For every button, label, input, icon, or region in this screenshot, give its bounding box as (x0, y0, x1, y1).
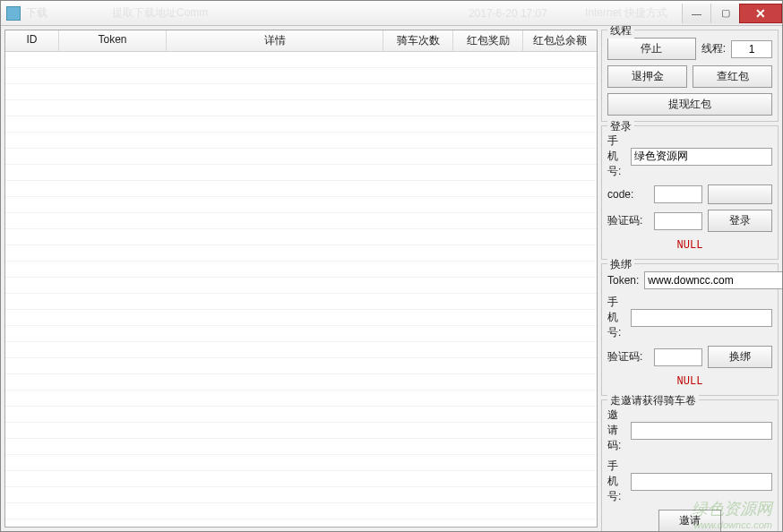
thread-count-input[interactable] (731, 40, 772, 58)
col-token[interactable]: Token (59, 30, 167, 51)
title-faded-3: 2017-6-20 17:07 (469, 7, 547, 20)
rebind-phone-label: 手机号: (607, 295, 625, 340)
rebind-captcha-label: 验证码: (607, 349, 649, 365)
login-phone-input[interactable] (631, 148, 772, 166)
rebind-group: 换绑 Token: 手机号: 验证码: 换绑 NULL (601, 263, 779, 396)
login-group: 登录 手机号: code: 验证码: 登录 NULL (601, 125, 779, 260)
get-code-button[interactable] (708, 184, 772, 204)
login-code-label: code: (607, 188, 649, 201)
rebind-phone-input[interactable] (631, 309, 772, 327)
col-balance[interactable]: 红包总余额 (523, 30, 597, 51)
col-id[interactable]: ID (5, 30, 59, 51)
table-body[interactable] (5, 52, 597, 531)
stop-button[interactable]: 停止 (607, 38, 696, 60)
title-faded-4: Internet 快捷方式 (585, 5, 667, 21)
titlebar: 下载 提取下载地址Comm 2017-6-20 17:07 Internet 快… (1, 1, 782, 26)
invite-button[interactable]: 邀请 (658, 510, 721, 531)
login-captcha-input[interactable] (654, 212, 702, 230)
withdraw-button[interactable]: 提现红包 (607, 93, 772, 116)
control-panel: 线程 停止 线程: 退押金 查红包 提现红包 登录 手机号: (601, 30, 779, 528)
invite-group-title: 走邀请获得骑车卷 (607, 393, 699, 408)
invite-code-input[interactable] (631, 422, 772, 440)
login-phone-label: 手机号: (607, 133, 625, 179)
thread-group-title: 线程 (607, 26, 634, 39)
login-button[interactable]: 登录 (708, 210, 772, 232)
title-faded-1: 下载 (26, 5, 47, 21)
login-code-input[interactable] (654, 185, 702, 203)
col-rides[interactable]: 骑车次数 (383, 30, 453, 51)
login-captcha-label: 验证码: (607, 213, 649, 228)
login-group-title: 登录 (607, 119, 634, 134)
title-faded-2: 提取下载地址Comm (112, 5, 208, 21)
data-table: ID Token 详情 骑车次数 红包奖励 红包总余额 (4, 30, 598, 528)
maximize-button[interactable]: ▢ (710, 4, 739, 23)
app-icon (6, 6, 21, 21)
refund-button[interactable]: 退押金 (607, 65, 687, 88)
rebind-group-title: 换绑 (607, 257, 634, 272)
rebind-captcha-input[interactable] (654, 348, 702, 366)
invite-code-label: 邀请码: (607, 408, 625, 453)
col-detail[interactable]: 详情 (167, 30, 383, 51)
rebind-button[interactable]: 换绑 (708, 346, 772, 368)
col-reward[interactable]: 红包奖励 (453, 30, 523, 51)
table-header: ID Token 详情 骑车次数 红包奖励 红包总余额 (5, 30, 597, 52)
invite-phone-input[interactable] (631, 473, 772, 491)
app-window: 下载 提取下载地址Comm 2017-6-20 17:07 Internet 快… (0, 0, 783, 532)
login-status: NULL (607, 237, 772, 253)
rebind-token-label: Token: (607, 274, 639, 287)
close-button[interactable]: ✕ (739, 4, 782, 23)
rebind-token-input[interactable] (644, 271, 782, 289)
invite-group: 走邀请获得骑车卷 邀请码: 手机号: 邀请 (601, 399, 779, 531)
invite-phone-label: 手机号: (607, 459, 625, 504)
check-redpack-button[interactable]: 查红包 (693, 65, 772, 88)
rebind-status: NULL (607, 373, 772, 390)
minimize-button[interactable]: — (682, 4, 710, 23)
thread-count-label: 线程: (701, 41, 726, 56)
thread-group: 线程 停止 线程: 退押金 查红包 提现红包 (601, 30, 779, 122)
